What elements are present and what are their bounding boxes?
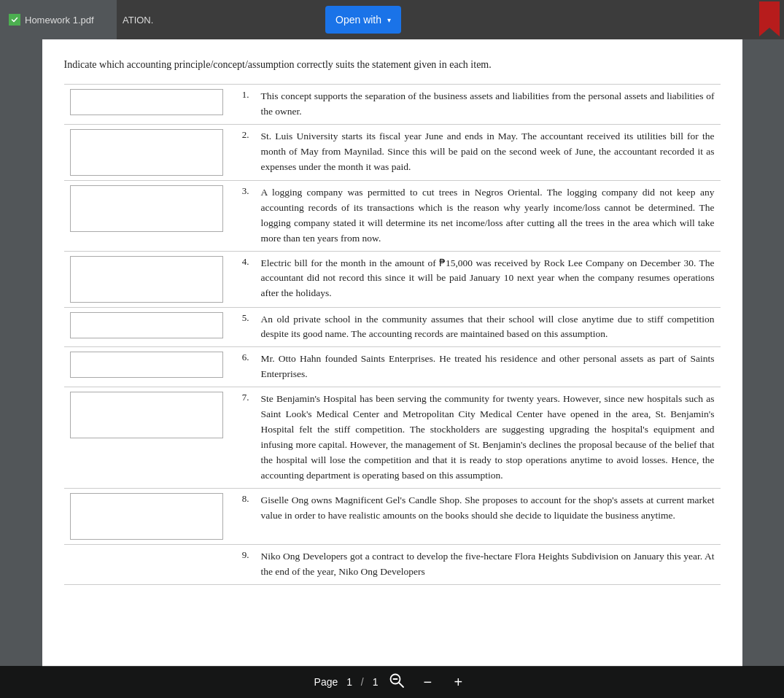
answer-box-5[interactable] <box>70 312 223 338</box>
answer-box-7[interactable] <box>70 392 223 438</box>
pdf-viewer: Indicate which accounting principle/conc… <box>0 39 784 698</box>
zoom-out-icon <box>389 672 405 692</box>
table-row: 9. Niko Ong Developers got a contract to… <box>64 544 721 584</box>
answer-box-6[interactable] <box>70 352 223 378</box>
question-text-1: This concept supports the separation of … <box>255 85 721 125</box>
instruction-text: Indicate which accounting principle/conc… <box>64 57 721 72</box>
table-row: 1. This concept supports the separation … <box>64 85 721 125</box>
question-text-8: Giselle Ong owns Magnificent Gel's Candl… <box>255 488 721 544</box>
question-text-7: Ste Benjamin's Hospital has been serving… <box>255 387 721 489</box>
number-cell-1: 1. <box>232 85 255 125</box>
question-text-4: Electric bill for the month in the amoun… <box>255 251 721 307</box>
number-cell-3: 3. <box>232 180 255 251</box>
pdf-page: Indicate which accounting principle/conc… <box>42 39 742 667</box>
question-text-6: Mr. Otto Hahn founded Saints Enterprises… <box>255 347 721 387</box>
question-text-2: St. Luis University starts its fiscal ye… <box>255 124 721 180</box>
table-row: 4. Electric bill for the month in the am… <box>64 251 721 307</box>
number-cell-7: 7. <box>232 387 255 489</box>
bottom-toolbar: Page 1 / 1 − + <box>0 666 784 698</box>
open-with-label: Open with <box>335 14 381 26</box>
breadcrumb-text: ATION. <box>123 15 153 26</box>
number-cell-4: 4. <box>232 251 255 307</box>
answer-box-8[interactable] <box>70 493 223 540</box>
answer-cell-6 <box>64 347 232 387</box>
open-with-button[interactable]: Open with ▾ <box>325 6 401 34</box>
answer-box-4[interactable] <box>70 256 223 303</box>
question-text-5: An old private school in the community a… <box>255 307 721 347</box>
number-cell-2: 2. <box>232 124 255 180</box>
answer-cell-2 <box>64 124 232 180</box>
table-row: 6. Mr. Otto Hahn founded Saints Enterpri… <box>64 347 721 387</box>
table-row: 8. Giselle Ong owns Magnificent Gel's Ca… <box>64 488 721 544</box>
answer-cell-3 <box>64 180 232 251</box>
question-text-3: A logging company was permitted to cut t… <box>255 180 721 251</box>
plus-icon: + <box>454 674 463 691</box>
table-row: 5. An old private school in the communit… <box>64 307 721 347</box>
tab-label: Homework 1.pdf <box>25 15 94 26</box>
svg-line-4 <box>399 683 403 687</box>
number-cell-5: 5. <box>232 307 255 347</box>
number-cell-6: 6. <box>232 347 255 387</box>
dropdown-arrow-icon: ▾ <box>387 16 391 24</box>
number-cell-9: 9. <box>232 544 255 584</box>
svg-marker-1 <box>759 1 780 36</box>
pdf-tab[interactable]: Homework 1.pdf <box>0 0 117 39</box>
bookmark-icon <box>755 0 784 39</box>
table-row: 3. A logging company was permitted to cu… <box>64 180 721 251</box>
answer-cell-1 <box>64 85 232 125</box>
table-row: 7. Ste Benjamin's Hospital has been serv… <box>64 387 721 489</box>
current-page: 1 <box>346 676 352 688</box>
answer-cell-9 <box>64 544 232 584</box>
answer-cell-7 <box>64 387 232 489</box>
top-bar: Homework 1.pdf ATION. Open with ▾ <box>0 0 784 39</box>
tab-checkbox-icon <box>9 14 20 26</box>
answer-box-3[interactable] <box>70 185 223 232</box>
question-text-9: Niko Ong Developers got a contract to de… <box>255 544 721 584</box>
table-row: 2. St. Luis University starts its fiscal… <box>64 124 721 180</box>
minus-icon: − <box>424 674 432 691</box>
number-cell-8: 8. <box>232 488 255 544</box>
page-separator: / <box>361 676 364 688</box>
page-info: Page 1 / 1 <box>314 676 379 688</box>
answer-cell-8 <box>64 488 232 544</box>
zoom-plus-button[interactable]: + <box>446 670 470 694</box>
zoom-out-button[interactable] <box>385 670 408 694</box>
page-label: Page <box>314 676 338 688</box>
answer-cell-5 <box>64 307 232 347</box>
total-pages: 1 <box>373 676 379 688</box>
answer-box-1[interactable] <box>70 89 223 115</box>
answer-cell-4 <box>64 251 232 307</box>
questions-table: 1. This concept supports the separation … <box>64 84 721 585</box>
zoom-minus-button[interactable]: − <box>416 670 439 694</box>
answer-box-2[interactable] <box>70 129 223 176</box>
